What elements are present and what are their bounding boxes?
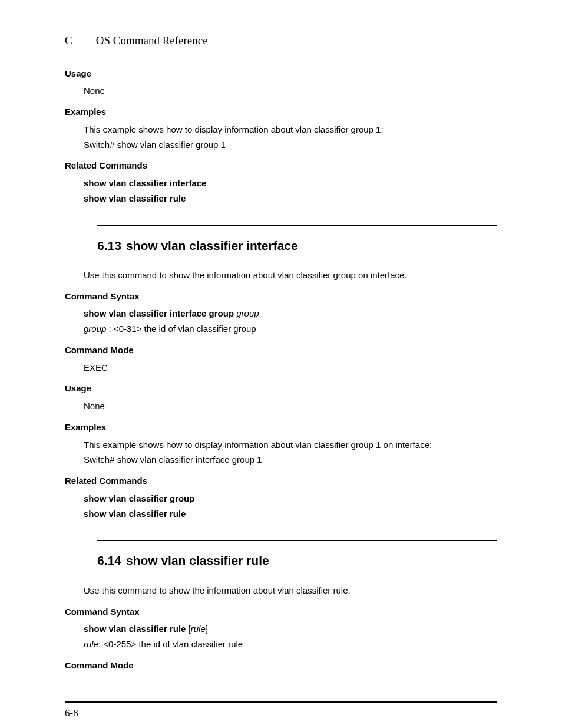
example-cmd: Switch# show vlan classifier interface g… [84,453,497,466]
syntax-body: show vlan classifier interface group gro… [84,307,497,335]
syntax-arg-desc: : <0-255> the id of vlan classifier rule [98,639,243,649]
syntax-line: show vlan classifier rule [rule] [84,622,497,635]
related-heading: Related Commands [65,475,497,487]
syntax-arg-name: group [84,324,106,334]
syntax-cmd: show vlan classifier interface group [84,308,234,318]
footer-divider [65,701,497,703]
usage-text: None [84,84,497,97]
examples-body: This example shows how to display inform… [84,439,497,467]
example-cmd: Switch# show vlan classifier group 1 [84,139,497,151]
example-desc: This example shows how to display inform… [84,123,497,136]
syntax-heading: Command Syntax [65,605,497,618]
mode-value: EXEC [84,361,497,374]
related-body: show vlan classifier interface show vlan… [84,177,497,205]
related-body: show vlan classifier group show vlan cla… [84,492,497,521]
page: C OS Command Reference Usage None Exampl… [0,0,562,728]
chapter-letter: C [65,32,72,49]
mode-body: EXEC [84,361,497,374]
usage-body: None [84,84,497,97]
running-header: C OS Command Reference [65,32,497,54]
syntax-bracket: ] [206,624,208,634]
related-cmd: show vlan classifier rule [84,192,497,205]
examples-heading: Examples [65,421,497,434]
syntax-arg-name: rule [84,639,98,649]
section-divider [97,225,497,226]
usage-heading: Usage [65,67,497,80]
syntax-desc: group : <0-31> the id of vlan classifier… [84,322,497,335]
section-intro: Use this command to show the information… [84,269,497,282]
section-number: 6.14 [97,552,121,569]
section-intro: Use this command to show the information… [84,584,497,597]
usage-body: None [84,400,497,413]
examples-heading: Examples [65,106,497,118]
section-heading-614: 6.14 show vlan classifier rule [97,552,497,569]
usage-heading: Usage [65,382,497,395]
syntax-heading: Command Syntax [65,290,497,303]
section-title: show vlan classifier rule [126,552,269,569]
mode-heading: Command Mode [65,344,497,357]
syntax-arg: rule [191,624,206,634]
syntax-arg-desc: : <0-31> the id of vlan classifier group [106,324,256,334]
section-divider [97,540,497,541]
section-heading-613: 6.13 show vlan classifier interface [97,237,497,255]
syntax-arg: group [234,308,259,318]
related-cmd: show vlan classifier rule [84,508,497,521]
syntax-body: show vlan classifier rule [rule] rule: <… [84,622,497,651]
syntax-cmd: show vlan classifier rule [84,624,186,634]
examples-body: This example shows how to display inform… [84,123,497,151]
doc-title: OS Command Reference [96,32,208,49]
syntax-line: show vlan classifier interface group gro… [84,307,497,320]
mode-heading: Command Mode [65,659,497,672]
related-heading: Related Commands [65,159,497,172]
example-desc: This example shows how to display inform… [84,439,497,452]
syntax-desc: rule: <0-255> the id of vlan classifier … [84,638,497,651]
page-number: 6-8 [65,706,497,721]
syntax-bracket: [ [186,624,190,634]
related-cmd: show vlan classifier group [84,492,497,505]
section-title: show vlan classifier interface [126,237,298,255]
related-cmd: show vlan classifier interface [84,177,497,190]
section-number: 6.13 [97,237,121,255]
usage-text: None [84,400,497,413]
